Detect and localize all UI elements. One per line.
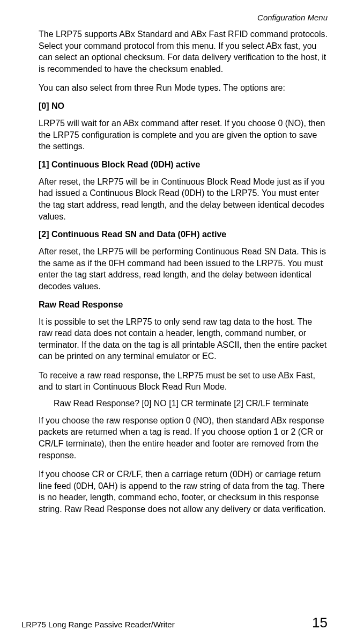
running-header: Configuration Menu [39, 13, 328, 22]
paragraph: After reset, the LRP75 will be performin… [39, 246, 328, 292]
paragraph: It is possible to set the LRP75 to only … [39, 316, 328, 362]
paragraph: You can also select from three Run Mode … [39, 82, 328, 94]
paragraph: The LRP75 supports ABx Standard and ABx … [39, 28, 328, 75]
page-footer: LRP75 Long Range Passive Reader/Writer 1… [21, 614, 328, 631]
paragraph: To receive a raw read response, the LRP7… [39, 370, 328, 393]
page-container: Configuration Menu The LRP75 supports AB… [0, 0, 349, 644]
footer-title: LRP75 Long Range Passive Reader/Writer [21, 620, 175, 629]
paragraph: LRP75 will wait for an ABx command after… [39, 118, 328, 152]
option-heading-0: [0] NO [39, 101, 328, 111]
prompt-text: Raw Read Response? [0] NO [1] CR termina… [54, 398, 328, 409]
option-heading-2: [2] Continuous Read SN and Data (0FH) ac… [39, 230, 328, 239]
paragraph: After reset, the LRP75 will be in Contin… [39, 176, 328, 222]
option-heading-1: [1] Continuous Block Read (0DH) active [39, 160, 328, 170]
section-heading-raw-read: Raw Read Response [39, 300, 328, 310]
paragraph: If you choose CR or CR/LF, then a carria… [39, 469, 328, 515]
page-number: 15 [312, 614, 328, 631]
paragraph: If you choose the raw response option 0 … [39, 415, 328, 461]
